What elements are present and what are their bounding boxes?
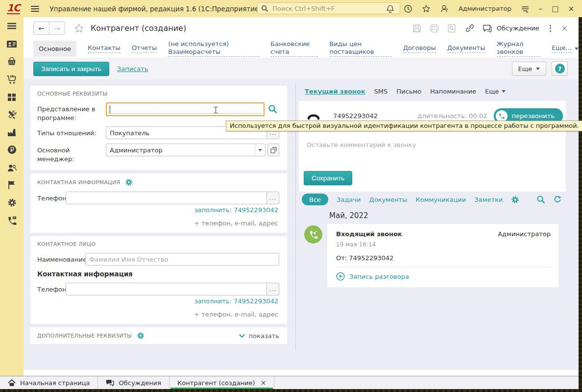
discussion-label[interactable]: Обсуждение: [497, 24, 539, 32]
tab-settlements[interactable]: (не используется) Взаиморасчеты: [168, 40, 259, 57]
combo-dropdown-button[interactable]: [255, 144, 265, 156]
person-fill-link[interactable]: заполнить:: [194, 297, 232, 305]
service-settings-icon[interactable]: [521, 5, 530, 13]
preview-icon[interactable]: [447, 24, 456, 33]
tab-reports[interactable]: Отчеты: [132, 44, 157, 53]
tab-more[interactable]: Еще...: [552, 44, 579, 53]
get-link-icon[interactable]: [464, 24, 474, 33]
caret-down-icon: [575, 48, 579, 50]
main-menu-icon[interactable]: [31, 6, 39, 12]
person-fill-phone-link[interactable]: 74952293042: [234, 297, 278, 305]
sidebar-warehouse-icon[interactable]: [5, 91, 18, 102]
sidebar-telephony-icon[interactable]: [5, 215, 18, 226]
filter-communications[interactable]: Коммуникации: [415, 196, 466, 203]
tab-bank-accounts[interactable]: Банковские счета: [270, 40, 318, 57]
tab-close-icon[interactable]: ×: [261, 379, 267, 387]
forward-button[interactable]: →: [49, 22, 65, 34]
notifications-bell-icon[interactable]: [386, 4, 394, 13]
section-title: КОНТАКТНАЯ ИНФОРМАЦИЯ: [37, 179, 120, 186]
save-link[interactable]: Записать: [117, 65, 148, 73]
sidebar-crm-card-icon[interactable]: [5, 38, 18, 49]
sidebar-settings-gear-icon[interactable]: [5, 197, 18, 208]
sidebar-company-flag-icon[interactable]: [5, 179, 18, 191]
phone-input[interactable]: [66, 192, 267, 204]
sidebar-sales-basket-icon[interactable]: [5, 56, 18, 67]
tab-main[interactable]: Основное: [33, 41, 76, 57]
call-record-link[interactable]: Запись разговора: [336, 272, 551, 281]
save-comment-button[interactable]: Сохранить: [304, 171, 352, 185]
person-name-placeholder: Фамилия Имя Отчество: [89, 256, 168, 263]
ibeam-cursor: [213, 106, 218, 114]
person-add-contact-links[interactable]: + телефон, e-mail, адрес: [37, 311, 278, 318]
section-contact-person: КОНТАКТНОЕ ЛИЦО Наименование: Фамилия Им…: [30, 236, 287, 324]
sidebar-production-factory-icon[interactable]: [5, 126, 18, 138]
save-and-close-button[interactable]: Записать и закрыть: [33, 62, 109, 76]
tab-reminder[interactable]: Напоминание: [430, 88, 476, 95]
filter-notes[interactable]: Заметки: [474, 196, 503, 203]
taskbar-home-tab[interactable]: Начальная страница: [0, 376, 98, 389]
history-icon[interactable]: [404, 4, 412, 13]
feed-refresh-icon[interactable]: [553, 195, 562, 204]
taskbar-counterparty-tab[interactable]: Контрагент (создание) ×: [170, 376, 274, 389]
window-maximize-button[interactable]: □: [552, 4, 558, 13]
tab-contracts[interactable]: Договоры: [403, 44, 436, 53]
sidebar-money-ruble-icon[interactable]: [5, 144, 18, 155]
fill-phone-link[interactable]: 74952293042: [234, 206, 278, 214]
call-duration: длительность: 00:02: [417, 112, 487, 120]
more-menu-dots-icon[interactable]: [548, 25, 553, 32]
show-additional-link[interactable]: показать: [239, 332, 279, 340]
person-phone-input[interactable]: [66, 283, 267, 295]
filter-documents[interactable]: Документы: [369, 196, 407, 203]
feed-item-incoming-call: Входящий звонок Администратор 19 мая 16:…: [299, 224, 566, 287]
sidebar-purchases-cart-icon[interactable]: [5, 74, 18, 85]
current-user-name[interactable]: Администратор: [459, 5, 511, 12]
feed-search-icon[interactable]: [536, 195, 546, 204]
fill-link[interactable]: заполнить:: [194, 206, 232, 214]
manager-combo[interactable]: Администратор: [106, 144, 266, 156]
filter-all[interactable]: Все: [302, 194, 328, 205]
sidebar-personnel-icon[interactable]: [5, 162, 18, 173]
tab-sms[interactable]: SMS: [374, 88, 388, 95]
discussion-bubble-icon[interactable]: [483, 24, 492, 33]
tab-contacts[interactable]: Контакты: [88, 44, 121, 53]
tab-current-call[interactable]: Текущий звонок: [305, 88, 365, 95]
global-search[interactable]: [257, 2, 400, 14]
home-icon: [8, 379, 16, 387]
phone-select-button[interactable]: ...: [267, 192, 279, 204]
user-icon[interactable]: [440, 4, 449, 13]
more-button[interactable]: Еще: [512, 62, 546, 76]
back-button[interactable]: ←: [34, 22, 49, 34]
window-minimize-button[interactable]: –: [539, 4, 543, 13]
sidebar-works-tools-icon[interactable]: [5, 109, 18, 120]
call-history-card[interactable]: Входящий звонок Администратор 19 мая 16:…: [327, 224, 558, 287]
manager-label: Основной менеджер:: [37, 144, 106, 163]
tab-call-more[interactable]: Еще: [485, 88, 506, 95]
add-to-favorites-star-icon[interactable]: [74, 24, 84, 33]
additional-gear-icon[interactable]: [137, 332, 145, 340]
help-button[interactable]: ?: [552, 61, 568, 76]
add-contact-links[interactable]: + телефон, e-mail, адрес: [37, 220, 278, 227]
window-close-button[interactable]: ×: [568, 4, 574, 13]
person-phone-select-button[interactable]: ...: [267, 283, 279, 295]
print-icon[interactable]: [430, 24, 439, 33]
save-icon[interactable]: [412, 24, 421, 33]
tab-supplier-prices[interactable]: Виды цен поставщиков: [329, 40, 392, 57]
taskbar-discussions-tab[interactable]: Обсуждения: [98, 376, 170, 389]
handset-icon: [307, 112, 320, 120]
manager-open-button[interactable]: [267, 144, 279, 156]
filter-tasks[interactable]: Задачи: [337, 196, 361, 203]
feed-settings-gear-icon[interactable]: [511, 196, 519, 204]
tab-letter[interactable]: Письмо: [396, 88, 421, 95]
tab-documents[interactable]: Документы: [447, 44, 485, 53]
search-icon: [261, 5, 268, 12]
tab-call-log[interactable]: Журнал звонков: [497, 40, 541, 57]
sidebar-menu-icon[interactable]: [5, 21, 18, 32]
person-name-input[interactable]: Фамилия Имя Отчество: [85, 253, 279, 266]
form-close-icon[interactable]: ×: [561, 24, 568, 33]
search-input[interactable]: [271, 4, 396, 13]
form-header: ← → Контрагент (создание) Обсуждение ×: [24, 17, 579, 39]
contact-info-gear-icon[interactable]: [125, 178, 133, 186]
open-search-magnifier-icon[interactable]: [267, 103, 279, 116]
favorites-star-icon[interactable]: [422, 4, 431, 13]
representation-input[interactable]: [106, 102, 265, 116]
